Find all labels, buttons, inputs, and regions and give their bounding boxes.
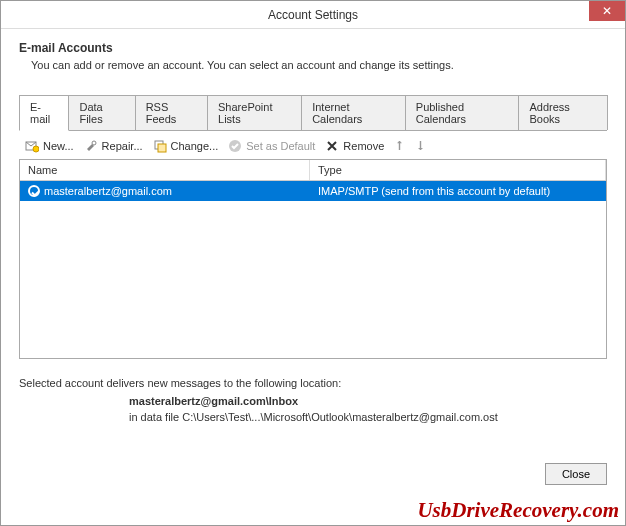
repair-label: Repair... — [102, 140, 143, 152]
watermark: UsbDriveRecovery.com — [417, 498, 619, 523]
repair-button[interactable]: Repair... — [84, 139, 143, 153]
section-subheading: You can add or remove an account. You ca… — [31, 59, 607, 71]
tab-published-calendars[interactable]: Published Calendars — [405, 95, 520, 130]
section-heading: E-mail Accounts — [19, 41, 607, 55]
tab-sharepoint-lists[interactable]: SharePoint Lists — [207, 95, 302, 130]
remove-button[interactable]: Remove — [325, 139, 384, 153]
list-header: Name Type — [20, 160, 606, 181]
column-type[interactable]: Type — [310, 160, 606, 180]
close-button[interactable]: Close — [545, 463, 607, 485]
svg-point-2 — [92, 141, 96, 145]
account-type: IMAP/SMTP (send from this account by def… — [318, 185, 550, 197]
tab-data-files[interactable]: Data Files — [68, 95, 135, 130]
svg-point-1 — [33, 146, 39, 152]
change-icon — [153, 139, 167, 153]
account-row[interactable]: masteralbertz@gmail.com IMAP/SMTP (send … — [20, 181, 606, 201]
new-button[interactable]: New... — [25, 139, 74, 153]
titlebar: Account Settings ✕ — [1, 1, 625, 29]
delivery-info: Selected account delivers new messages t… — [19, 377, 607, 423]
delivery-datafile: in data file C:\Users\Test\...\Microsoft… — [129, 411, 607, 423]
column-name[interactable]: Name — [20, 160, 310, 180]
delivery-label: Selected account delivers new messages t… — [19, 377, 607, 389]
account-name: masteralbertz@gmail.com — [44, 185, 172, 197]
window-close-button[interactable]: ✕ — [589, 1, 625, 21]
repair-icon — [84, 139, 98, 153]
tab-strip: E-mail Data Files RSS Feeds SharePoint L… — [19, 95, 607, 131]
change-label: Change... — [171, 140, 219, 152]
dialog-content: E-mail Accounts You can add or remove an… — [1, 29, 625, 433]
svg-rect-4 — [158, 144, 166, 152]
move-down-icon: 🠗 — [415, 140, 426, 152]
dialog-footer: Close — [545, 463, 607, 485]
set-default-button: Set as Default — [228, 139, 315, 153]
remove-label: Remove — [343, 140, 384, 152]
account-list: Name Type masteralbertz@gmail.com IMAP/S… — [19, 159, 607, 359]
tab-email[interactable]: E-mail — [19, 95, 69, 131]
delivery-location: masteralbertz@gmail.com\Inbox — [129, 395, 607, 407]
toolbar: New... Repair... Change... Set as Defaul… — [19, 131, 607, 159]
tab-internet-calendars[interactable]: Internet Calendars — [301, 95, 406, 130]
change-button[interactable]: Change... — [153, 139, 219, 153]
tab-rss-feeds[interactable]: RSS Feeds — [135, 95, 208, 130]
check-icon — [228, 139, 242, 153]
new-icon — [25, 139, 39, 153]
window-title: Account Settings — [268, 8, 358, 22]
tab-address-books[interactable]: Address Books — [518, 95, 608, 130]
close-icon: ✕ — [602, 4, 612, 18]
new-label: New... — [43, 140, 74, 152]
set-default-label: Set as Default — [246, 140, 315, 152]
remove-icon — [325, 139, 339, 153]
default-account-icon — [28, 185, 40, 197]
move-up-icon: 🠕 — [394, 140, 405, 152]
